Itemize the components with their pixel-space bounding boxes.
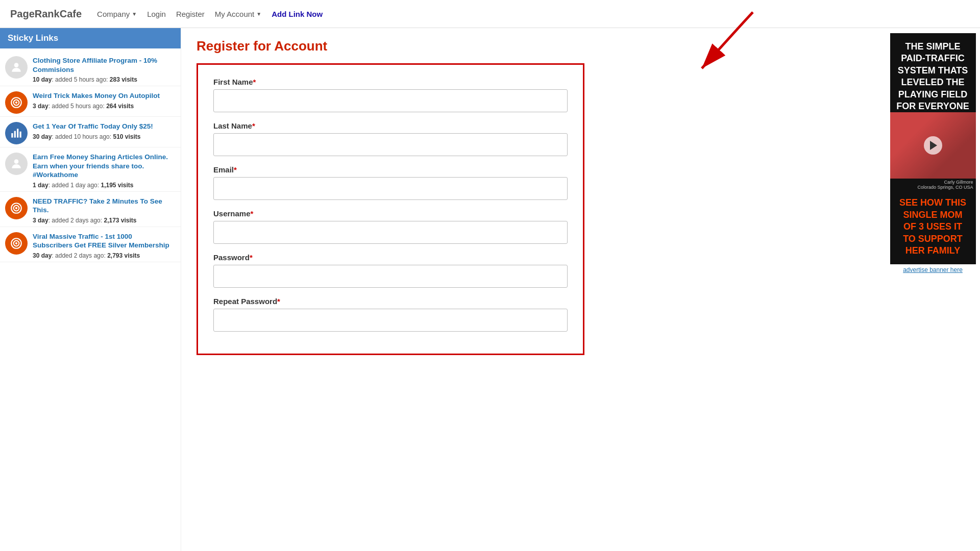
required-star: *: [277, 297, 280, 306]
item-5-meta: 3 day: added 2 days ago: 2,173 visits: [33, 217, 173, 224]
sidebar: Sticky Links Clothing Store Affiliate Pr…: [0, 28, 181, 551]
svg-point-11: [15, 207, 17, 209]
item-2-link[interactable]: Weird Trick Makes Money On Autopilot: [33, 91, 173, 101]
play-button[interactable]: [924, 136, 942, 155]
svg-rect-7: [20, 132, 21, 138]
required-star: *: [252, 121, 255, 130]
item-3-meta: 30 day: added 10 hours ago: 510 visits: [33, 133, 173, 140]
input-first-name[interactable]: [213, 89, 568, 112]
label-last-name: Last Name*: [213, 121, 568, 130]
list-item: Earn Free Money Sharing Articles Online.…: [0, 147, 181, 192]
nav-login[interactable]: Login: [147, 10, 166, 18]
sidebar-header: Sticky Links: [0, 28, 181, 48]
item-6-icon: [5, 232, 28, 255]
required-star: *: [251, 209, 254, 218]
svg-rect-4: [11, 133, 13, 138]
item-6-link[interactable]: Viral Massive Traffic - 1st 1000 Subscri…: [33, 232, 173, 250]
item-4-icon: [5, 153, 28, 175]
advertise-link[interactable]: advertise banner here: [903, 266, 963, 273]
ad-banner-top: THE SIMPLE PAID-TRAFFIC SYSTEM THATS LEV…: [890, 33, 976, 112]
label-password: Password*: [213, 253, 568, 262]
item-3-icon: [5, 122, 28, 144]
item-1-link[interactable]: Clothing Store Affiliate Program - 10% C…: [33, 56, 173, 74]
svg-point-8: [14, 159, 19, 164]
label-first-name: First Name*: [213, 78, 568, 86]
person-icon: [10, 61, 23, 74]
svg-point-3: [15, 102, 17, 104]
label-email: Email*: [213, 165, 568, 174]
ad-caption: Carly Gillmore Colorado Springs, CO USA: [890, 179, 976, 191]
svg-rect-6: [17, 129, 18, 137]
page-wrapper: Sticky Links Clothing Store Affiliate Pr…: [0, 28, 980, 551]
item-1-icon: [5, 56, 28, 79]
register-form: First Name* Last Name* Email*: [197, 63, 584, 355]
item-1-meta: 10 day: added 5 hours ago: 283 visits: [33, 76, 173, 83]
required-star: *: [234, 165, 237, 174]
list-item: Clothing Store Affiliate Program - 10% C…: [0, 51, 181, 86]
form-group-repeat-password: Repeat Password*: [213, 297, 568, 332]
ad-banner-bottom: SEE HOW THIS SINGLE MOM OF 3 USES IT TO …: [890, 191, 976, 264]
brand-logo[interactable]: PageRankCafe: [10, 8, 82, 20]
form-group-password: Password*: [213, 253, 568, 288]
form-group-username: Username*: [213, 209, 568, 244]
item-4-meta: 1 day: added 1 day ago: 1,195 visits: [33, 182, 173, 189]
form-group-last-name: Last Name*: [213, 121, 568, 156]
svg-rect-5: [14, 131, 16, 138]
input-password[interactable]: [213, 265, 568, 288]
navbar: PageRankCafe Company ▼ Login Register My…: [0, 0, 980, 28]
item-4-link[interactable]: Earn Free Money Sharing Articles Online.…: [33, 153, 173, 180]
nav-myaccount[interactable]: My Account ▼: [215, 10, 261, 18]
required-star: *: [253, 78, 256, 86]
label-repeat-password: Repeat Password*: [213, 297, 568, 306]
main-content: Register for Account First Name*: [181, 28, 886, 551]
target-icon: [10, 202, 23, 215]
item-5-link[interactable]: NEED TRAFFIC? Take 2 Minutes To See This…: [33, 197, 173, 215]
page-title: Register for Account: [197, 38, 870, 54]
list-item: Viral Massive Traffic - 1st 1000 Subscri…: [0, 227, 181, 262]
nav-addlink[interactable]: Add Link Now: [272, 10, 323, 18]
form-group-email: Email*: [213, 165, 568, 200]
list-item: Get 1 Year Of Traffic Today Only $25! 30…: [0, 117, 181, 147]
nav-links: Company ▼ Login Register My Account ▼ Ad…: [97, 10, 970, 18]
form-group-first-name: First Name*: [213, 78, 568, 112]
label-username: Username*: [213, 209, 568, 218]
myaccount-dropdown-arrow: ▼: [256, 11, 261, 17]
target-icon: [10, 237, 23, 250]
input-email[interactable]: [213, 177, 568, 200]
chart-icon: [10, 127, 23, 140]
person-icon: [10, 157, 23, 170]
list-item: Weird Trick Makes Money On Autopilot 3 d…: [0, 86, 181, 117]
ad-top-text: THE SIMPLE PAID-TRAFFIC SYSTEM THATS LEV…: [896, 41, 969, 111]
nav-register[interactable]: Register: [176, 10, 205, 18]
list-item: NEED TRAFFIC? Take 2 Minutes To See This…: [0, 192, 181, 227]
input-last-name[interactable]: [213, 133, 568, 156]
target-icon: [10, 96, 23, 109]
svg-point-14: [15, 242, 17, 244]
item-3-link[interactable]: Get 1 Year Of Traffic Today Only $25!: [33, 122, 173, 131]
red-arrow-icon: [661, 7, 763, 79]
item-2-icon: [5, 91, 28, 114]
item-2-meta: 3 day: added 5 hours ago: 264 visits: [33, 103, 173, 110]
item-6-meta: 30 day: added 2 days ago: 2,793 visits: [33, 252, 173, 259]
ad-bottom-text: SEE HOW THIS SINGLE MOM OF 3 USES IT TO …: [899, 197, 966, 256]
ad-video-thumbnail[interactable]: [890, 112, 976, 179]
item-5-icon: [5, 197, 28, 219]
input-repeat-password[interactable]: [213, 309, 568, 332]
required-star: *: [250, 253, 253, 262]
nav-company[interactable]: Company ▼: [97, 10, 137, 18]
right-sidebar: THE SIMPLE PAID-TRAFFIC SYSTEM THATS LEV…: [886, 28, 980, 551]
company-dropdown-arrow: ▼: [132, 11, 137, 17]
svg-point-0: [14, 63, 19, 67]
input-username[interactable]: [213, 221, 568, 244]
